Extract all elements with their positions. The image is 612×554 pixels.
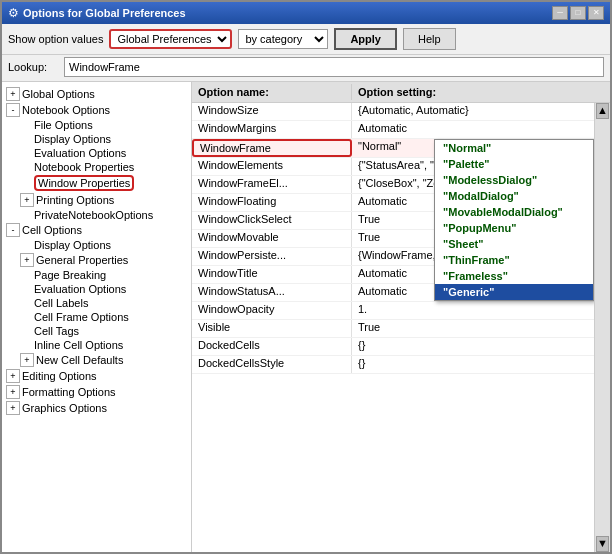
sidebar-item-cell-options[interactable]: - Cell Options	[2, 222, 191, 238]
expander-global[interactable]: +	[6, 87, 20, 101]
sidebar-item-global-options[interactable]: + Global Options	[2, 86, 191, 102]
expander-new-cell[interactable]: +	[20, 353, 34, 367]
table-body: WindowSize {Automatic, Automatic} Window…	[192, 103, 594, 552]
sidebar-item-editing-options[interactable]: + Editing Options	[2, 368, 191, 384]
expander-notebook[interactable]: -	[6, 103, 20, 117]
lookup-label: Lookup:	[8, 61, 58, 73]
sidebar-item-formatting-options[interactable]: + Formatting Options	[2, 384, 191, 400]
minimize-button[interactable]: ─	[552, 6, 568, 20]
dropdown-item-modeless[interactable]: "ModelessDialog"	[435, 172, 593, 188]
expander-general[interactable]: +	[20, 253, 34, 267]
help-button[interactable]: Help	[403, 28, 456, 50]
table-row[interactable]: Visible True	[192, 320, 594, 338]
expander-graphics[interactable]: +	[6, 401, 20, 415]
toolbar: Show option values Global Preferences by…	[2, 24, 610, 55]
option-dropdown: "Normal" "Palette" "ModelessDialog" "Mod…	[434, 139, 594, 301]
apply-button[interactable]: Apply	[334, 28, 397, 50]
window-controls: ─ □ ✕	[552, 6, 604, 20]
sidebar-item-cell-frame-options[interactable]: Cell Frame Options	[2, 310, 191, 324]
expander-printing[interactable]: +	[20, 193, 34, 207]
table-area: WindowSize {Automatic, Automatic} Window…	[192, 103, 610, 552]
sidebar: + Global Options - Notebook Options File…	[2, 82, 192, 552]
sidebar-item-general-properties[interactable]: + General Properties	[2, 252, 191, 268]
dropdown-item-palette[interactable]: "Palette"	[435, 156, 593, 172]
sidebar-item-display-options-cell[interactable]: Display Options	[2, 238, 191, 252]
sidebar-item-file-options[interactable]: File Options	[2, 118, 191, 132]
window-title: Options for Global Preferences	[23, 7, 186, 19]
sidebar-item-window-properties[interactable]: Window Properties	[2, 174, 191, 192]
scrollbar-down-arrow[interactable]: ▼	[596, 536, 609, 552]
sidebar-item-display-options-nb[interactable]: Display Options	[2, 132, 191, 146]
sidebar-item-page-breaking[interactable]: Page Breaking	[2, 268, 191, 282]
sidebar-item-printing-options[interactable]: + Printing Options	[2, 192, 191, 208]
table-row[interactable]: WindowMargins Automatic	[192, 121, 594, 139]
sidebar-item-cell-tags[interactable]: Cell Tags	[2, 324, 191, 338]
scrollbar-track	[595, 119, 610, 536]
scrollbar-top	[594, 84, 610, 100]
dropdown-item-frameless[interactable]: "Frameless"	[435, 268, 593, 284]
vertical-scrollbar[interactable]: ▲ ▼	[594, 103, 610, 552]
preferences-dropdown[interactable]: Global Preferences	[109, 29, 232, 49]
options-panel: Option name: Option setting: WindowSize …	[192, 82, 610, 552]
dropdown-item-modal[interactable]: "ModalDialog"	[435, 188, 593, 204]
dropdown-item-movable-modal[interactable]: "MovableModalDialog"	[435, 204, 593, 220]
category-dropdown[interactable]: by category	[238, 29, 328, 49]
expander-formatting[interactable]: +	[6, 385, 20, 399]
title-bar: ⚙ Options for Global Preferences ─ □ ✕	[2, 2, 610, 24]
col-header-name: Option name:	[192, 84, 352, 100]
dropdown-item-normal[interactable]: "Normal"	[435, 140, 593, 156]
table-row[interactable]: WindowOpacity 1.	[192, 302, 594, 320]
dropdown-item-generic[interactable]: "Generic"	[435, 284, 593, 300]
expander-cell[interactable]: -	[6, 223, 20, 237]
dropdown-item-sheet[interactable]: "Sheet"	[435, 236, 593, 252]
table-row[interactable]: DockedCellsStyle {}	[192, 356, 594, 374]
col-header-setting: Option setting:	[352, 84, 594, 100]
expander-editing[interactable]: +	[6, 369, 20, 383]
sidebar-item-new-cell-defaults[interactable]: + New Cell Defaults	[2, 352, 191, 368]
sidebar-item-graphics-options[interactable]: + Graphics Options	[2, 400, 191, 416]
sidebar-item-inline-cell-options[interactable]: Inline Cell Options	[2, 338, 191, 352]
main-window: ⚙ Options for Global Preferences ─ □ ✕ S…	[0, 0, 612, 554]
sidebar-item-notebook-options[interactable]: - Notebook Options	[2, 102, 191, 118]
sidebar-item-notebook-properties[interactable]: Notebook Properties	[2, 160, 191, 174]
table-row[interactable]: DockedCells {}	[192, 338, 594, 356]
sidebar-item-evaluation-options-nb[interactable]: Evaluation Options	[2, 146, 191, 160]
lookup-input[interactable]	[64, 57, 604, 77]
main-content: + Global Options - Notebook Options File…	[2, 81, 610, 552]
lookup-row: Lookup:	[2, 55, 610, 81]
scrollbar-up-arrow[interactable]: ▲	[596, 103, 609, 119]
close-button[interactable]: ✕	[588, 6, 604, 20]
sidebar-item-evaluation-options-cell[interactable]: Evaluation Options	[2, 282, 191, 296]
sidebar-item-cell-labels[interactable]: Cell Labels	[2, 296, 191, 310]
show-options-label: Show option values	[8, 33, 103, 45]
table-row[interactable]: WindowSize {Automatic, Automatic}	[192, 103, 594, 121]
table-header: Option name: Option setting:	[192, 82, 610, 103]
dropdown-item-popup[interactable]: "PopupMenu"	[435, 220, 593, 236]
dropdown-item-thin-frame[interactable]: "ThinFrame"	[435, 252, 593, 268]
maximize-button[interactable]: □	[570, 6, 586, 20]
sidebar-item-private-notebook[interactable]: PrivateNotebookOptions	[2, 208, 191, 222]
